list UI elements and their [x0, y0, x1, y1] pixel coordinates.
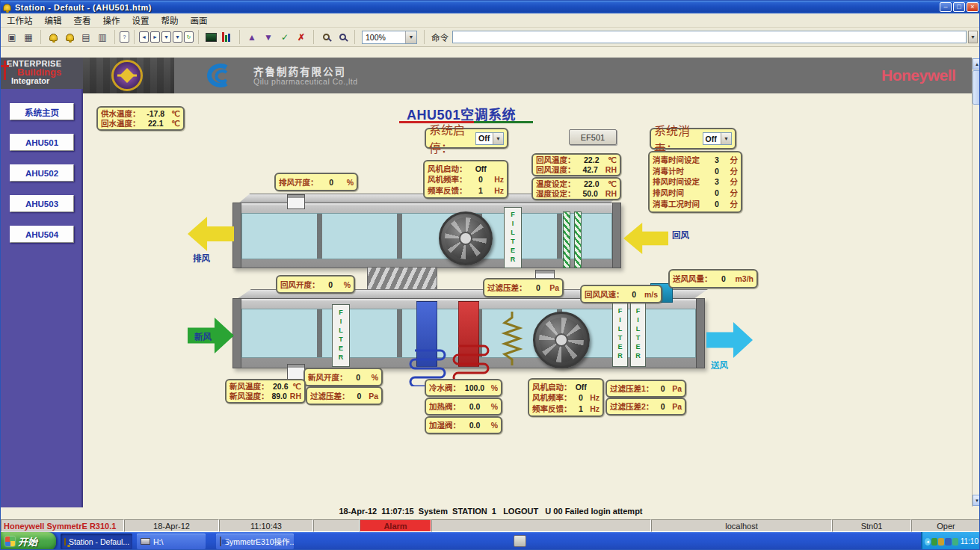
raise-value-icon[interactable]: ▲: [244, 30, 259, 45]
field-unit: Pa: [549, 283, 559, 292]
capture-icon[interactable]: ▦: [21, 30, 36, 45]
alarm-ack-icon[interactable]: [62, 30, 77, 45]
menu-help[interactable]: 帮助: [155, 13, 185, 28]
field-value: 3: [708, 177, 726, 186]
taskbar-task-drive[interactable]: H:\: [137, 534, 206, 549]
field-value: 0: [348, 373, 370, 382]
display-icon[interactable]: [203, 30, 218, 45]
field-value: 1: [467, 186, 495, 195]
tray-icon[interactable]: [931, 538, 937, 546]
return-fan: [439, 211, 493, 265]
taskbar-task-station[interactable]: Station - Defaul...: [61, 534, 132, 549]
field-unit: ℃: [608, 155, 617, 164]
menu-configure[interactable]: 设置: [126, 13, 155, 28]
minimize-button[interactable]: –: [940, 2, 952, 12]
fresh-air-label: 新风: [194, 330, 212, 342]
tray-icon[interactable]: [952, 538, 958, 546]
language-bar-icon[interactable]: [514, 535, 526, 547]
confirm-icon[interactable]: ✓: [277, 30, 292, 45]
menu-station[interactable]: 工作站: [1, 13, 39, 28]
refresh-display-icon[interactable]: ↻: [184, 31, 194, 43]
field-label: 湿度设定：: [536, 189, 576, 198]
lower-value-icon[interactable]: ▼: [261, 30, 276, 45]
tray-icon[interactable]: [945, 538, 951, 546]
trend-icon[interactable]: [220, 30, 235, 45]
chevron-down-icon[interactable]: ▼: [721, 133, 731, 144]
field-label: 风机频率：: [428, 175, 467, 184]
field-unit: 分: [726, 200, 738, 208]
maximize-button[interactable]: □: [953, 2, 965, 12]
start-label: 开始: [18, 534, 37, 549]
field-unit: Hz: [590, 404, 600, 413]
ef501-button[interactable]: EF501: [569, 129, 617, 145]
sidebar-item-ahu501[interactable]: AHU501: [10, 134, 74, 151]
ebi-logo: ENTERPRISE Buildings Integrator: [1, 58, 83, 89]
scroll-up-icon[interactable]: ▲: [973, 58, 980, 69]
disinfect-select[interactable]: Off ▼: [703, 132, 733, 145]
supply-air-label: 送风: [711, 359, 728, 371]
menu-display[interactable]: 画面: [185, 13, 214, 28]
sidebar-item-home[interactable]: 系统主页: [10, 103, 74, 120]
field-label: 送风风量：: [673, 274, 712, 283]
station-icon[interactable]: ▣: [4, 30, 19, 45]
field-label: 过滤压差：: [487, 283, 527, 292]
scroll-down-icon[interactable]: ▼: [973, 495, 980, 506]
menu-view[interactable]: 查看: [68, 13, 97, 28]
help-icon[interactable]: ?: [120, 31, 129, 43]
tray-icon[interactable]: [938, 538, 944, 546]
menu-edit[interactable]: 编辑: [39, 13, 68, 28]
chevron-down-icon[interactable]: ▼: [493, 133, 503, 144]
sidebar-item-ahu504[interactable]: AHU504: [10, 226, 74, 243]
menu-action[interactable]: 操作: [97, 13, 126, 28]
filter-dp2-field: 过滤压差2：0Pa: [605, 398, 686, 415]
field-unit: %: [369, 373, 378, 382]
ebi-cross-icon: [1, 61, 8, 80]
window-title: Station - Default - (AHU501.htm): [15, 3, 152, 12]
panel-left-icon[interactable]: ▤: [78, 30, 93, 45]
tray-chevron-icon[interactable]: ◄: [925, 538, 931, 546]
field-value: Off: [467, 164, 496, 173]
prev-page-icon[interactable]: ◄: [139, 31, 149, 43]
filter-dp-fresh-field: 过滤压差：0Pa: [306, 386, 383, 405]
command-history-icon[interactable]: ▼: [968, 31, 978, 43]
recall-page-icon[interactable]: ▼: [161, 31, 171, 43]
field-unit: ℃: [292, 382, 301, 391]
field-label: 新风开度：: [308, 373, 348, 382]
zoom-dropdown-icon[interactable]: ▼: [405, 31, 416, 43]
field-label: 排风开度：: [279, 178, 318, 187]
alarm-icon[interactable]: [46, 30, 61, 45]
exhaust-air-label: 排风: [193, 252, 210, 264]
field-value: -17.8: [141, 109, 172, 118]
taskbar-task-document[interactable]: SymmetrE310操作...: [216, 534, 294, 549]
statusbar-blank: [313, 519, 360, 532]
sidebar-item-ahu502[interactable]: AHU502: [10, 164, 74, 182]
scrollbar-thumb[interactable]: [973, 70, 980, 105]
system-start-select[interactable]: Off ▼: [475, 132, 504, 145]
field-unit: Pa: [369, 392, 378, 401]
supply-filter-2: FILTER: [630, 301, 646, 367]
zoom-value: 100%: [363, 31, 405, 43]
field-value: 100.0: [460, 383, 489, 392]
field-value: 0: [712, 274, 736, 283]
sidebar-item-ahu503[interactable]: AHU503: [10, 195, 74, 212]
close-button[interactable]: ×: [967, 2, 979, 12]
new-display-icon[interactable]: ▼: [173, 31, 182, 43]
humidifier-valve-field: 加湿阀：0.0%: [425, 416, 502, 434]
field-value: 0: [572, 393, 591, 402]
panel-right-icon[interactable]: ▥: [95, 30, 110, 45]
vertical-scrollbar[interactable]: ▲ ▼: [972, 58, 980, 507]
cancel-icon[interactable]: ✗: [294, 30, 309, 45]
command-input[interactable]: [452, 31, 967, 43]
field-unit: Hz: [590, 393, 600, 402]
connect-icon[interactable]: [318, 30, 333, 45]
status-message: 18-Apr-12 11:07:15 System STATION 1 LOGO…: [1, 507, 980, 519]
statusbar-alarm[interactable]: Alarm: [360, 519, 431, 532]
field-unit: ℃: [171, 119, 180, 128]
return-opening-field: 回风开度：0%: [276, 275, 355, 294]
station-window: Station - Default - (AHU501.htm) – □ × 工…: [0, 0, 980, 550]
next-page-icon[interactable]: ►: [150, 31, 160, 43]
heating-valve-field: 加热阀：0.0%: [425, 398, 502, 415]
search-icon[interactable]: [335, 30, 350, 45]
start-button[interactable]: 开始: [1, 532, 56, 550]
zoom-combobox[interactable]: 100% ▼: [362, 31, 417, 44]
